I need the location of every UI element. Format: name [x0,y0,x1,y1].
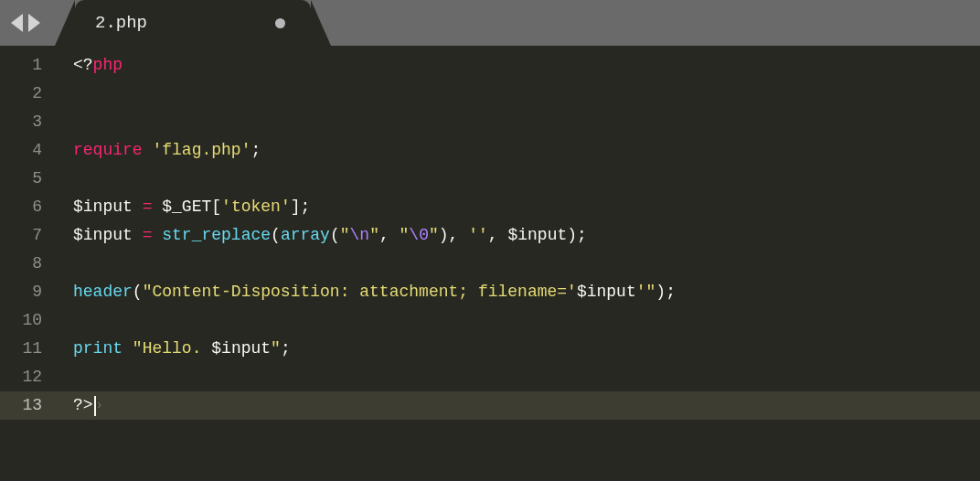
string-literal: "Content-Disposition: attachment; filena… [143,283,577,301]
variable: input [221,339,271,358]
line-number: 4 [0,136,42,165]
quote: " [340,226,350,244]
comma: , [449,226,469,244]
string-literal: 'flag.php' [152,141,250,159]
php-keyword: php [93,56,122,74]
operator: = [133,226,162,244]
line-number: 12 [0,363,42,391]
code-line: $input = $_GET['token']; [73,193,980,221]
comma: , [488,226,508,244]
dollar: $ [162,198,172,216]
gutter: 1 2 3 4 5 6 7 8 9 10 11 12 13 [0,46,57,481]
quote: " [369,226,379,244]
line-number: 11 [0,335,42,363]
escape-char: \n [350,226,370,244]
topbar: 2.php [0,0,980,46]
line-number: 13 [0,391,57,420]
code-line: ?>› [57,391,980,420]
semicolon: ; [577,226,587,244]
comma: , [379,226,399,244]
paren: ) [655,283,666,301]
dollar: $ [507,226,517,244]
code-line [73,250,980,278]
line-number: 2 [0,80,42,108]
tab-file[interactable]: 2.php [75,0,311,46]
quote: " [399,226,410,244]
semicolon: ; [250,141,261,159]
line-number: 10 [0,306,42,335]
string-literal: Hello. [143,339,212,358]
function-call: str_replace [162,226,271,244]
bracket: ] [291,198,301,216]
php-open-tag: <? [73,56,93,74]
variable: input [83,226,133,244]
caret-mark: › [96,398,103,412]
editor: 1 2 3 4 5 6 7 8 9 10 11 12 13 <?php requ… [0,46,980,481]
space [143,141,153,159]
variable: _GET [172,198,211,216]
string-literal: 'token' [221,198,291,216]
quote: " [133,339,143,358]
array-keyword: array [281,226,330,244]
line-number: 1 [0,51,42,80]
dollar: $ [211,339,221,358]
dollar: $ [73,226,83,244]
code-line: require 'flag.php'; [73,136,980,165]
code-line: $input = str_replace(array("\n", "\0"), … [73,221,980,250]
line-number: 9 [0,278,42,306]
line-number: 3 [0,108,42,136]
string-literal: '' [468,226,488,244]
line-number: 7 [0,221,42,250]
bracket: [ [211,198,221,216]
line-number: 8 [0,250,42,278]
dollar: $ [73,198,83,216]
tab-filename: 2.php [95,13,147,33]
paren: ( [271,226,281,244]
code-area[interactable]: <?php require 'flag.php'; $input = $_GET… [57,46,980,481]
semicolon: ; [301,198,311,216]
variable: input [83,198,133,216]
line-number: 6 [0,193,42,221]
function-call: header [73,283,133,301]
require-keyword: require [73,141,143,159]
nav-forward-icon[interactable] [28,14,40,32]
quote: " [271,339,281,358]
code-line [73,363,980,391]
print-keyword: print [73,339,122,358]
semicolon: ; [666,283,676,301]
code-line [73,165,980,193]
variable: input [517,226,567,244]
php-close-tag: ?> [73,396,93,414]
variable: input [587,283,636,301]
nav-arrows [0,14,51,32]
string-literal: '" [636,283,656,301]
paren: ) [439,226,449,244]
space [122,339,133,358]
paren: ( [330,226,340,244]
operator: = [133,198,162,216]
code-line: header("Content-Disposition: attachment;… [73,278,980,306]
paren: ( [133,283,143,301]
paren: ) [567,226,577,244]
line-number: 5 [0,165,42,193]
escape-char: \0 [409,226,429,244]
code-line [73,80,980,108]
nav-back-icon[interactable] [11,14,23,32]
modified-dot-icon [275,18,285,28]
semicolon: ; [281,339,291,358]
code-line: print "Hello. $input"; [73,335,980,363]
dollar: $ [577,283,587,301]
code-line: <?php [73,51,980,80]
code-line [73,108,980,136]
quote: " [429,226,439,244]
code-line [73,306,980,335]
